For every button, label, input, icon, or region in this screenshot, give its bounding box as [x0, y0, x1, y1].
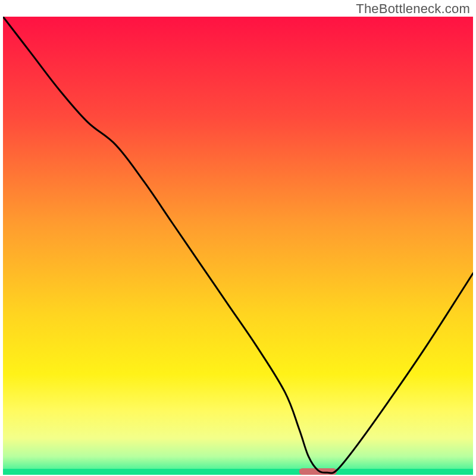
- watermark-text: TheBottleneck.com: [356, 1, 470, 17]
- plot-svg: [3, 17, 473, 475]
- gradient-background: [3, 17, 473, 475]
- plot-area: [3, 17, 473, 475]
- chart-canvas: TheBottleneck.com: [0, 0, 476, 476]
- baseline-band: [3, 469, 473, 475]
